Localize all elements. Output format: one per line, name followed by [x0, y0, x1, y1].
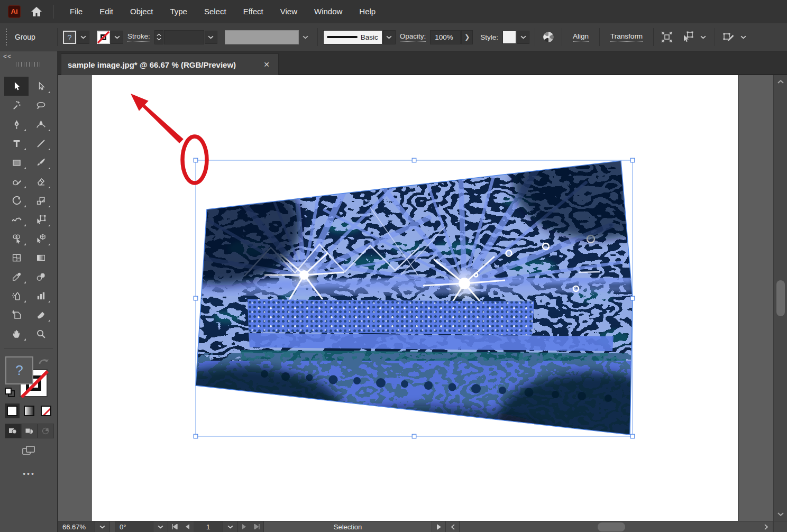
menu-effect[interactable]: Effect	[235, 0, 272, 23]
stroke-weight-stepper[interactable]	[154, 30, 163, 44]
handle-top-left[interactable]	[194, 158, 198, 162]
menu-window[interactable]: Window	[306, 0, 351, 23]
tool-rectangle[interactable]	[4, 153, 29, 172]
home-button[interactable]	[30, 6, 43, 17]
tool-line-segment[interactable]	[29, 134, 53, 153]
swap-fill-stroke-icon[interactable]	[38, 356, 50, 366]
panel-collapse-button[interactable]: <<	[3, 53, 12, 60]
tools-drag-handle[interactable]	[16, 62, 41, 67]
select-similar-button[interactable]	[680, 29, 696, 45]
tool-width[interactable]	[4, 210, 29, 229]
style-swatch[interactable]	[502, 31, 516, 44]
panel-drag-handle[interactable]	[5, 29, 7, 45]
vertical-scroll-thumb[interactable]	[776, 280, 785, 316]
select-similar-dropdown[interactable]	[697, 31, 709, 44]
color-button[interactable]	[5, 403, 20, 418]
opacity-label[interactable]: Opacity:	[400, 32, 426, 42]
fill-color-dropdown[interactable]	[77, 31, 89, 44]
next-artboard-button[interactable]	[238, 521, 251, 532]
scroll-down-icon[interactable]	[777, 512, 784, 517]
tool-shape-builder[interactable]	[4, 229, 29, 248]
stroke-weight-dropdown[interactable]	[205, 31, 217, 44]
tool-type[interactable]	[4, 134, 29, 153]
last-artboard-button[interactable]	[251, 521, 263, 532]
screen-mode-button[interactable]	[20, 443, 38, 458]
handle-mid-right[interactable]	[630, 296, 635, 300]
tab-close-button[interactable]: ✕	[261, 59, 272, 70]
rotation-dropdown[interactable]	[153, 521, 168, 532]
fill-proxy-swatch[interactable]: ?	[5, 356, 33, 384]
menu-help[interactable]: Help	[351, 0, 384, 23]
tool-mesh[interactable]	[4, 248, 29, 267]
handle-bottom-center[interactable]	[412, 434, 416, 438]
document-tab[interactable]: sample image.jpg* @ 66.67 % (RGB/Preview…	[61, 53, 279, 75]
tool-artboard[interactable]	[4, 305, 29, 324]
draw-behind-button[interactable]	[21, 424, 38, 438]
default-fill-stroke-icon[interactable]	[4, 387, 16, 398]
status-menu-arrow[interactable]	[432, 521, 446, 532]
fill-color-swatch[interactable]: ?	[63, 31, 76, 44]
menu-select[interactable]: Select	[196, 0, 235, 23]
edit-similar-dropdown[interactable]	[737, 31, 749, 44]
horizontal-scroll-thumb[interactable]	[598, 522, 625, 531]
align-panel-link[interactable]: Align	[573, 32, 589, 42]
zoom-level-dropdown[interactable]	[95, 521, 110, 532]
isolate-object-button[interactable]	[659, 29, 675, 45]
tool-slice[interactable]	[29, 305, 53, 324]
menu-type[interactable]: Type	[161, 0, 196, 23]
tool-blend[interactable]	[29, 267, 53, 286]
tool-direct-selection[interactable]	[29, 77, 53, 96]
gradient-button[interactable]	[22, 403, 36, 418]
app-logo-icon[interactable]: Ai	[8, 5, 21, 18]
previous-artboard-button[interactable]	[181, 521, 194, 532]
tool-magic-wand[interactable]	[4, 96, 29, 115]
style-dropdown[interactable]	[517, 31, 529, 44]
canvas-area[interactable]	[58, 75, 773, 521]
handle-bottom-right[interactable]	[630, 434, 635, 438]
edit-toolbar-button[interactable]: •••	[0, 470, 58, 478]
tool-shaper[interactable]	[4, 172, 29, 191]
handle-top-center[interactable]	[412, 158, 416, 162]
tool-eyedropper[interactable]	[4, 267, 29, 286]
tool-free-transform[interactable]	[29, 210, 53, 229]
stroke-color-dropdown[interactable]	[111, 31, 123, 44]
tool-zoom[interactable]	[29, 324, 53, 343]
opacity-field[interactable]: 100%	[430, 30, 461, 44]
tool-selection[interactable]	[4, 77, 29, 96]
tool-scale[interactable]	[29, 191, 53, 210]
menu-object[interactable]: Object	[122, 0, 161, 23]
tool-perspective-grid[interactable]	[29, 229, 53, 248]
tool-column-graph[interactable]	[29, 286, 53, 305]
artboard-number-field[interactable]: 1	[194, 521, 223, 532]
first-artboard-button[interactable]	[168, 521, 181, 532]
tool-rotate[interactable]	[4, 191, 29, 210]
transform-panel-link[interactable]: Transform	[610, 32, 643, 42]
menu-edit[interactable]: Edit	[91, 0, 122, 23]
stroke-weight-field[interactable]	[164, 30, 204, 44]
status-indicator[interactable]: Selection	[264, 521, 432, 532]
opacity-more-button[interactable]: ❯	[461, 30, 473, 44]
scroll-right-button[interactable]	[759, 521, 773, 532]
scroll-up-icon[interactable]	[777, 79, 784, 84]
zoom-level-field[interactable]: 66.67%	[58, 521, 95, 532]
handle-bottom-left[interactable]	[194, 434, 198, 438]
edit-similar-button[interactable]	[720, 29, 736, 45]
tool-curvature[interactable]	[29, 115, 53, 134]
brush-definition-field[interactable]: Basic	[323, 30, 382, 44]
stroke-weight-label[interactable]: Stroke:	[127, 32, 150, 42]
stroke-color-swatch[interactable]	[97, 31, 110, 44]
draw-normal-button[interactable]	[5, 424, 21, 438]
menu-view[interactable]: View	[272, 0, 306, 23]
scroll-left-button[interactable]	[446, 521, 460, 532]
handle-mid-left[interactable]	[194, 296, 198, 300]
menu-file[interactable]: File	[61, 0, 91, 23]
tool-hand[interactable]	[4, 324, 29, 343]
none-button[interactable]	[39, 403, 53, 418]
rotation-field[interactable]: 0°	[115, 521, 153, 532]
tool-eraser[interactable]	[29, 172, 53, 191]
handle-top-right[interactable]	[630, 158, 635, 162]
recolor-artwork-button[interactable]	[541, 29, 556, 45]
tool-paintbrush[interactable]	[29, 153, 53, 172]
vertical-scrollbar[interactable]	[773, 75, 787, 521]
horizontal-scrollbar[interactable]	[460, 521, 759, 532]
